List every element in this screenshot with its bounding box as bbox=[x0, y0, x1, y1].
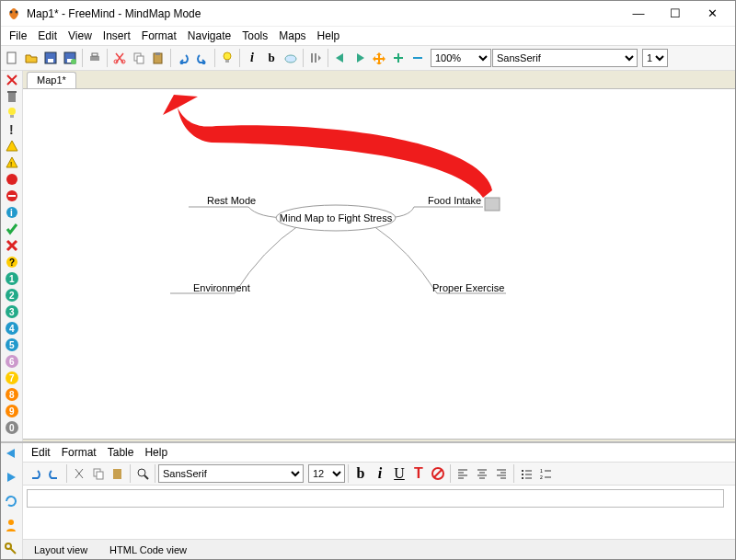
menu-insert[interactable]: Insert bbox=[98, 28, 135, 44]
editor-menu-edit[interactable]: Edit bbox=[27, 444, 55, 461]
node-food-intake[interactable]: Food Intake bbox=[428, 195, 481, 206]
print-icon[interactable] bbox=[86, 49, 104, 67]
left-arrow-icon[interactable] bbox=[4, 446, 18, 461]
num1-icon[interactable]: 1 bbox=[5, 271, 19, 286]
ed-bullets-icon[interactable] bbox=[517, 464, 535, 483]
new-icon[interactable] bbox=[3, 49, 21, 67]
node-proper-exercise[interactable]: Proper Exercise bbox=[432, 282, 504, 293]
ed-find-icon[interactable] bbox=[133, 464, 152, 483]
ed-underline-icon[interactable]: U bbox=[390, 464, 408, 483]
ed-align-left-icon[interactable] bbox=[454, 464, 472, 483]
menu-format[interactable]: Format bbox=[137, 28, 181, 44]
undo-icon[interactable] bbox=[174, 49, 192, 67]
trash-icon[interactable] bbox=[5, 89, 19, 104]
layout-view-tab[interactable]: Layout view bbox=[29, 543, 93, 557]
cut-icon[interactable] bbox=[110, 49, 129, 67]
back-icon[interactable] bbox=[331, 49, 350, 67]
minimize-button[interactable]: — bbox=[621, 4, 656, 24]
maximize-button[interactable]: ☐ bbox=[658, 4, 693, 24]
saveas-icon[interactable] bbox=[61, 49, 79, 67]
selected-node-handle[interactable] bbox=[485, 198, 500, 211]
ed-italic-icon[interactable]: i bbox=[371, 464, 389, 483]
num3-icon[interactable]: 3 bbox=[5, 304, 19, 319]
ed-size-combo[interactable]: 12 bbox=[308, 464, 345, 483]
menu-edit[interactable]: Edit bbox=[33, 28, 62, 44]
document-tab[interactable]: Map1* bbox=[27, 72, 76, 88]
redo-icon[interactable] bbox=[193, 49, 212, 67]
ed-bold-icon[interactable]: b bbox=[351, 464, 370, 483]
x-icon[interactable] bbox=[5, 238, 19, 253]
key-icon[interactable] bbox=[4, 542, 18, 556]
remove-icon[interactable] bbox=[408, 49, 427, 67]
num2-icon[interactable]: 2 bbox=[5, 288, 19, 303]
menu-maps[interactable]: Maps bbox=[274, 28, 310, 44]
svg-rect-13 bbox=[137, 56, 144, 63]
open-icon[interactable] bbox=[22, 49, 40, 67]
ed-cut-icon[interactable] bbox=[70, 464, 88, 483]
menu-file[interactable]: File bbox=[5, 28, 31, 44]
num8-icon[interactable]: 8 bbox=[5, 387, 19, 402]
person-icon[interactable] bbox=[4, 518, 18, 532]
editor-menu-help[interactable]: Help bbox=[140, 444, 172, 461]
html-view-tab[interactable]: HTML Code view bbox=[104, 543, 192, 557]
num7-icon[interactable]: 7 bbox=[5, 371, 19, 385]
menu-navigate[interactable]: Navigate bbox=[183, 28, 236, 44]
svg-point-26 bbox=[6, 174, 17, 185]
ed-undo-icon[interactable] bbox=[26, 464, 44, 483]
copy-icon[interactable] bbox=[130, 49, 148, 67]
q-icon[interactable]: ? bbox=[5, 255, 19, 269]
node-environment[interactable]: Environment bbox=[193, 282, 250, 293]
exclaim-icon[interactable]: ! bbox=[5, 122, 19, 137]
ed-paste-icon[interactable] bbox=[109, 464, 127, 483]
num4-icon[interactable]: 4 bbox=[5, 321, 19, 336]
paste-icon[interactable] bbox=[149, 49, 167, 67]
node-rest-mode[interactable]: Rest Mode bbox=[207, 195, 256, 206]
bulb-icon[interactable] bbox=[5, 106, 19, 120]
editor-menu-format[interactable]: Format bbox=[57, 444, 101, 461]
num9-icon[interactable]: 9 bbox=[5, 404, 19, 418]
check-icon[interactable] bbox=[5, 222, 19, 236]
ed-font-combo[interactable]: SansSerif bbox=[158, 464, 304, 483]
info-icon[interactable]: i bbox=[5, 205, 19, 220]
minus-icon[interactable] bbox=[5, 189, 19, 203]
size-combo[interactable]: 12 bbox=[642, 49, 668, 67]
editor-menu-table[interactable]: Table bbox=[103, 444, 139, 461]
menu-help[interactable]: Help bbox=[313, 28, 345, 44]
root-node[interactable]: Mind Map to Fight Stress bbox=[280, 212, 393, 223]
ed-color-icon[interactable]: T bbox=[409, 464, 428, 483]
num5-icon[interactable]: 5 bbox=[5, 337, 19, 352]
zoom-combo[interactable]: 100% bbox=[431, 49, 491, 67]
ed-copy-icon[interactable] bbox=[89, 464, 108, 483]
find-icon[interactable] bbox=[306, 49, 325, 67]
ed-redo-icon[interactable] bbox=[45, 464, 63, 483]
right-arrow-icon[interactable] bbox=[4, 470, 18, 485]
forward-icon[interactable] bbox=[351, 49, 369, 67]
save-icon[interactable] bbox=[41, 49, 60, 67]
warn2-icon[interactable]: ! bbox=[5, 155, 19, 170]
close-button[interactable]: ✕ bbox=[695, 4, 730, 24]
move-icon[interactable] bbox=[370, 49, 388, 67]
refresh-icon[interactable] bbox=[4, 494, 18, 509]
cloud-icon[interactable] bbox=[282, 49, 300, 67]
editor-text-field[interactable] bbox=[27, 489, 724, 508]
editor-main: Edit Format Table Help SansSerif 12 b i … bbox=[23, 443, 735, 559]
ed-align-right-icon[interactable] bbox=[492, 464, 511, 483]
svg-point-7 bbox=[71, 59, 76, 64]
ed-numbers-icon[interactable]: 12 bbox=[536, 464, 555, 483]
bold-icon[interactable]: b bbox=[262, 49, 281, 67]
ed-clear-icon[interactable] bbox=[429, 464, 447, 483]
font-combo[interactable]: SansSerif bbox=[492, 49, 638, 67]
add-icon[interactable] bbox=[389, 49, 408, 67]
warn-icon[interactable] bbox=[5, 139, 19, 154]
num0-icon[interactable]: 0 bbox=[5, 420, 19, 435]
mindmap-canvas[interactable]: Mind Map to Fight Stress Rest Mode Food … bbox=[23, 89, 735, 439]
menu-tools[interactable]: Tools bbox=[237, 28, 272, 44]
menu-view[interactable]: View bbox=[63, 28, 97, 44]
close-x-icon[interactable] bbox=[5, 73, 19, 87]
ed-align-center-icon[interactable] bbox=[473, 464, 491, 483]
num6-icon[interactable]: 6 bbox=[5, 354, 19, 369]
stop-icon[interactable] bbox=[5, 172, 19, 187]
idea-icon[interactable] bbox=[218, 49, 236, 67]
italic-icon[interactable]: i bbox=[243, 49, 261, 67]
svg-text:5: 5 bbox=[9, 340, 15, 350]
